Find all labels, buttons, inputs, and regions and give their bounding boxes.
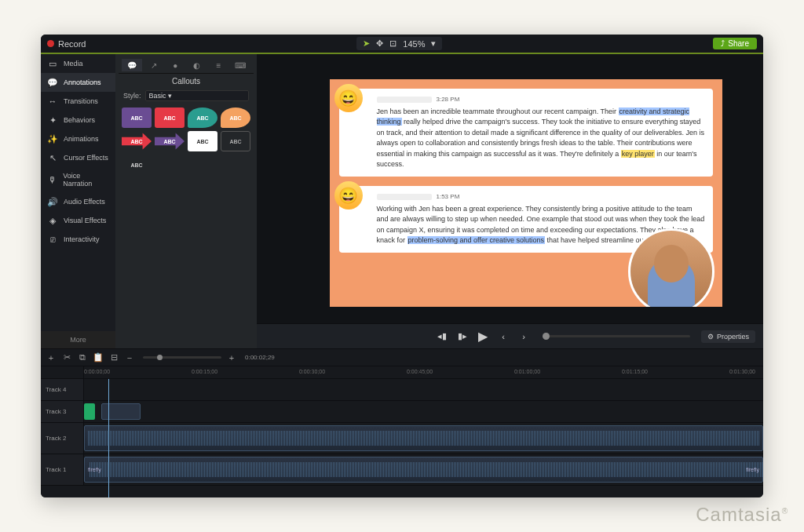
paste-icon[interactable]: 📋 — [93, 352, 104, 363]
cursor-icon: ↖ — [47, 153, 58, 162]
callout-grid: ABC ABC ABC ABC ABC ABC ABC ABC ABC — [119, 106, 254, 177]
tab-blur[interactable]: ◐ — [187, 59, 207, 71]
timestamp: 1:53 PM — [437, 192, 460, 202]
sidebar-item-annotations[interactable]: 💬Annotations — [41, 73, 115, 92]
add-track-icon[interactable]: + — [46, 352, 57, 363]
callout-orange-cloud[interactable]: ABC — [221, 107, 250, 128]
sender-name-redacted — [377, 97, 432, 103]
main-area: ▭Media 💬Annotations ↔Transitions ✦Behavi… — [41, 54, 763, 348]
sidebar-item-cursor[interactable]: ↖Cursor Effects — [41, 148, 115, 167]
zoom-dropdown-icon[interactable]: ▾ — [431, 38, 436, 49]
annotations-panel: 💬 ↗ ● ◐ ≡ ⌨ Callouts Style: Basic ▾ ABC … — [115, 54, 257, 348]
sidebar-item-media[interactable]: ▭Media — [41, 54, 115, 73]
hand-tool-icon[interactable]: ✥ — [376, 38, 383, 49]
zoom-value[interactable]: 145% — [403, 39, 425, 49]
canvas[interactable]: 😄 3:28 PM Jen has been an incredible tea… — [257, 54, 763, 323]
sidebar-item-label: Voice Narration — [63, 172, 109, 188]
audio-icon: 🔊 — [47, 197, 58, 206]
media-icon: ▭ — [47, 59, 58, 68]
callout-red-arrow[interactable]: ABC — [122, 131, 152, 151]
clip-label: firefly — [746, 467, 759, 472]
clip[interactable] — [84, 403, 95, 420]
sender-name-redacted — [377, 194, 432, 200]
tab-arrows[interactable]: ↗ — [144, 59, 164, 71]
gear-icon: ⚙ — [707, 333, 714, 341]
sidebar-item-transitions[interactable]: ↔Transitions — [41, 92, 115, 111]
tab-motion[interactable]: ≡ — [209, 59, 229, 71]
track-body[interactable] — [84, 379, 763, 400]
style-select[interactable]: Basic ▾ — [145, 90, 249, 101]
sidebar-item-behaviors[interactable]: ✦Behaviors — [41, 111, 115, 129]
tab-callouts[interactable]: 💬 — [122, 59, 142, 71]
emoji-icon: 😄 — [334, 181, 363, 210]
sidebar-more[interactable]: More — [41, 331, 115, 348]
ruler-tick: 0:00:00;00 — [84, 369, 110, 374]
split-icon[interactable]: ⊟ — [108, 352, 119, 363]
next-frame-button[interactable]: ▮▸ — [455, 329, 470, 344]
sidebar-item-visualfx[interactable]: ◈Visual Effects — [41, 211, 115, 230]
clip[interactable] — [101, 403, 141, 420]
ruler-tick: 0:01:30;00 — [729, 369, 755, 374]
callout-teal-cloud[interactable]: ABC — [188, 107, 217, 128]
step-fwd-button[interactable]: › — [516, 329, 532, 344]
copy-icon[interactable]: ⧉ — [77, 352, 88, 363]
timestamp: 3:28 PM — [437, 95, 460, 104]
crop-tool-icon[interactable]: ⊡ — [389, 38, 397, 49]
record-button[interactable]: Record — [47, 39, 86, 49]
callout-purple[interactable]: ABC — [122, 107, 152, 128]
timecode: 0:00:02;29 — [245, 354, 275, 361]
callout-purple-arrow[interactable]: ABC — [155, 131, 185, 151]
sidebar-item-voice[interactable]: 🎙Voice Narration — [41, 167, 115, 192]
audio-clip[interactable]: firefly firefly — [84, 457, 763, 483]
tab-shapes[interactable]: ● — [165, 59, 185, 71]
sidebar-item-animations[interactable]: ✨Animations — [41, 129, 115, 148]
waveform — [90, 462, 763, 477]
track-body[interactable] — [84, 423, 763, 454]
track-label[interactable]: Track 4 — [41, 379, 84, 400]
sidebar-item-interactivity[interactable]: ⎚Interactivity — [41, 230, 115, 249]
panel-tabs: 💬 ↗ ● ◐ ≡ ⌨ — [119, 57, 254, 74]
sidebar-item-label: Audio Effects — [64, 198, 105, 206]
scrub-bar[interactable] — [543, 335, 690, 337]
emoji-icon: 😄 — [334, 84, 363, 112]
cursor-tool-icon[interactable]: ➤ — [363, 38, 370, 49]
sidebar-item-label: Transitions — [64, 97, 98, 105]
callout-text[interactable]: ABC — [122, 155, 152, 175]
topbar: Record ➤ ✥ ⊡ 145% ▾ ⤴ Share — [41, 35, 763, 54]
zoom-out-icon[interactable]: − — [124, 352, 135, 363]
properties-button[interactable]: ⚙Properties — [701, 330, 755, 343]
interactivity-icon: ⎚ — [47, 235, 58, 244]
track-body[interactable] — [84, 401, 763, 422]
ruler-tick: 0:01:15;00 — [622, 369, 648, 374]
track-label[interactable]: Track 2 — [41, 423, 84, 454]
callout-outline[interactable]: ABC — [221, 131, 250, 151]
presenter-webcam — [628, 228, 714, 307]
track-label[interactable]: Track 3 — [41, 401, 84, 422]
zoom-in-icon[interactable]: + — [226, 352, 237, 363]
tab-keystroke[interactable]: ⌨ — [230, 59, 250, 71]
track-body[interactable]: firefly firefly — [84, 454, 763, 485]
panel-title: Callouts — [119, 74, 254, 89]
waveform — [88, 431, 759, 446]
playhead[interactable] — [108, 379, 109, 497]
step-back-button[interactable]: ‹ — [495, 329, 511, 344]
zoom-slider[interactable] — [143, 356, 221, 359]
track-row: Track 3 — [41, 401, 763, 423]
preview-frame: 😄 3:28 PM Jen has been an incredible tea… — [330, 79, 722, 307]
ruler-tick: 0:01:00;00 — [514, 369, 540, 374]
timeline-ruler[interactable]: 0:00:00;00 0:00:15;00 0:00:30;00 0:00:45… — [41, 366, 763, 379]
audio-clip[interactable] — [84, 425, 763, 451]
annotations-icon: 💬 — [47, 78, 58, 87]
cut-icon[interactable]: ✂ — [61, 352, 72, 363]
prev-frame-button[interactable]: ◂▮ — [434, 329, 450, 344]
timeline: + ✂ ⧉ 📋 ⊟ − + 0:00:02;29 0:00:00;00 0:00… — [41, 348, 763, 497]
canvas-tools: ➤ ✥ ⊡ 145% ▾ — [356, 37, 442, 50]
sidebar-item-audiofx[interactable]: 🔊Audio Effects — [41, 192, 115, 211]
style-label: Style: — [123, 92, 141, 100]
track-label[interactable]: Track 1 — [41, 454, 84, 485]
canvas-area: 😄 3:28 PM Jen has been an incredible tea… — [257, 54, 763, 348]
callout-white[interactable]: ABC — [188, 131, 217, 151]
play-button[interactable]: ▶ — [475, 329, 491, 344]
share-button[interactable]: ⤴ Share — [713, 38, 757, 49]
callout-red[interactable]: ABC — [155, 107, 185, 128]
